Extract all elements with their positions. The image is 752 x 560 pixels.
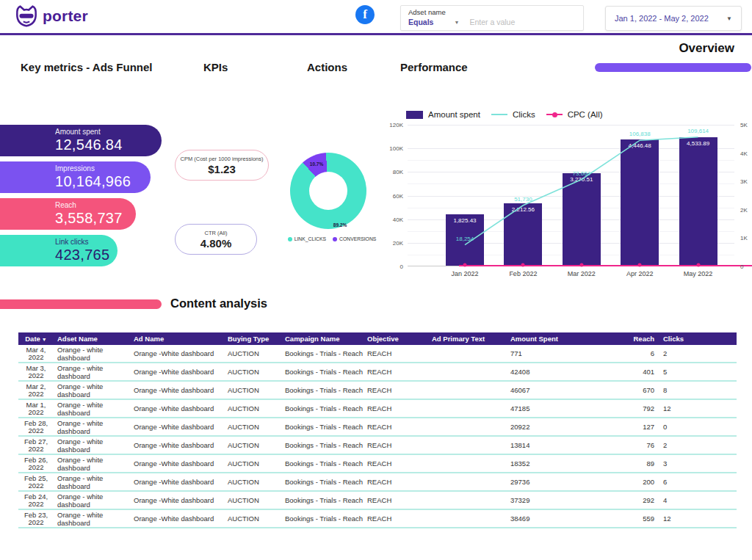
cell-reach: 89 xyxy=(610,459,654,468)
cell-reach: 292 xyxy=(610,496,654,504)
conversions-percent-label: 10.7% xyxy=(310,161,323,167)
cell-amount-spent: 13814 xyxy=(500,441,610,449)
cell-buying-type: AUCTION xyxy=(224,404,281,412)
cell-adset-name: Orange - white dashboard xyxy=(54,437,130,454)
table-row: Feb 23,2022Orange - white dashboardOrang… xyxy=(18,510,737,528)
left-axis-tick: 40K xyxy=(375,216,403,222)
header-divider xyxy=(0,33,752,35)
tab-kpis[interactable]: KPIs xyxy=(203,61,228,73)
cell-objective: REACH xyxy=(364,368,428,376)
ctr-label: CTR (All) xyxy=(205,230,228,236)
cell-buying-type: AUCTION xyxy=(224,478,281,486)
content-analysis-accent-bar xyxy=(0,299,162,309)
x-axis-label: May 2022 xyxy=(684,270,713,277)
cpm-kpi-pill: CPM (Cost per 1000 impressions) $1.23 xyxy=(175,150,269,181)
cell-amount-spent: 18352 xyxy=(500,459,610,468)
filter-operator-select[interactable]: Equals xyxy=(408,18,433,26)
clicks-value-label: 51,730 xyxy=(514,196,532,203)
donut-hole xyxy=(309,172,347,210)
cell-buying-type: AUCTION xyxy=(224,459,281,468)
funnel-pill-amount-spent: Amount spent12,546.84 xyxy=(0,125,162,156)
table-row: Feb 24,2022Orange - white dashboardOrang… xyxy=(18,492,737,510)
clicks-value-label: 73,664 xyxy=(573,170,590,177)
funnel-value: 12,546.84 xyxy=(55,137,162,153)
cell-amount-spent: 42408 xyxy=(500,368,610,376)
column-header-buying-type: Buying Type xyxy=(224,335,281,343)
donut-chart: 10.7% 89.2% xyxy=(290,153,366,229)
cell-buying-type: AUCTION xyxy=(224,386,281,394)
cell-ad-name: Orange -White dashboard xyxy=(130,423,224,431)
cpc-point xyxy=(579,263,583,266)
cell-clicks: 6 xyxy=(654,478,737,486)
tab-key-metrics-ads-funnel[interactable]: Key metrics - Ads Funnel xyxy=(21,61,153,73)
content-analysis-title: Content analysis xyxy=(170,297,267,310)
cell-campaign-name: Bookings - Trials - Reach xyxy=(281,514,364,523)
funnel-value: 423,765 xyxy=(55,247,118,263)
donut-legend: LINK_CLICKSCONVERSIONS xyxy=(288,236,376,241)
cell-ad-name: Orange -White dashboard xyxy=(130,349,224,357)
ctr-kpi-pill: CTR (All) 4.80% xyxy=(175,224,257,255)
x-axis-label: Feb 2022 xyxy=(509,270,537,277)
date-range-picker[interactable]: Jan 1, 2022 - May 2, 2022 ▼ xyxy=(605,6,742,31)
tab-actions[interactable]: Actions xyxy=(307,61,347,73)
cell-buying-type: AUCTION xyxy=(224,368,281,376)
right-axis-tick: 3K xyxy=(740,178,748,185)
porter-logo: porter xyxy=(13,4,88,28)
cell-clicks: 2 xyxy=(654,441,737,449)
cell-amount-spent: 29736 xyxy=(500,478,610,486)
clicks-value-label: 109,614 xyxy=(687,128,709,134)
cell-clicks: 12 xyxy=(654,514,737,523)
cell-ad-name: Orange -White dashboard xyxy=(130,514,224,523)
filter-label: Adset name xyxy=(408,8,576,16)
tab-performance[interactable]: Performance xyxy=(400,61,468,73)
combo-chart-legend: Amount spentClicksCPC (All) xyxy=(406,110,603,119)
right-axis-tick: 2K xyxy=(740,206,748,213)
cell-adset-name: Orange - white dashboard xyxy=(54,419,130,435)
table-row: Mar 1,2022Orange - white dashboardOrange… xyxy=(18,400,737,418)
left-axis-tick: 20K xyxy=(375,239,403,246)
legend-label: CPC (All) xyxy=(568,110,603,119)
column-header-adset-name: Adset Name xyxy=(54,335,130,343)
cell-date: Mar 1,2022 xyxy=(18,401,54,415)
adset-filter: Adset name Equals ▼ xyxy=(400,5,584,31)
right-axis-tick: 1K xyxy=(740,235,748,241)
legend-dot xyxy=(333,237,337,241)
legend-item-clicks: Clicks xyxy=(491,110,535,119)
funnel-label: Impressions xyxy=(55,164,151,172)
legend-label: Amount spent xyxy=(428,110,480,119)
chevron-down-icon[interactable]: ▼ xyxy=(454,20,459,25)
left-axis-tick: 120K xyxy=(375,122,403,128)
porter-cat-icon xyxy=(13,4,40,28)
clicks-value-label: 106,838 xyxy=(629,131,651,137)
cell-reach: 127 xyxy=(610,423,654,431)
funnel-label: Link clicks xyxy=(55,238,118,246)
clicks-value-label: 18,254 xyxy=(456,236,474,242)
column-header-clicks: Clicks xyxy=(654,335,737,343)
cell-clicks: 3 xyxy=(654,459,737,468)
cell-date: Mar 4,2022 xyxy=(18,346,54,360)
cell-buying-type: AUCTION xyxy=(224,514,281,523)
cell-date: Feb 28,2022 xyxy=(18,420,54,434)
clicks-line xyxy=(408,125,734,266)
legend-swatch xyxy=(546,114,563,115)
column-header-ad-name: Ad Name xyxy=(130,335,224,343)
filter-value-input[interactable] xyxy=(469,18,572,26)
cell-reach: 792 xyxy=(610,404,654,412)
cell-objective: REACH xyxy=(364,423,428,431)
content-analysis-table: Date▼Adset NameAd NameBuying TypeCampaig… xyxy=(18,332,737,528)
cell-clicks: 8 xyxy=(654,386,737,394)
x-axis-label: Jan 2022 xyxy=(451,270,478,277)
table-row: Feb 26,2022Orange - white dashboardOrang… xyxy=(18,455,737,473)
column-header-date[interactable]: Date▼ xyxy=(18,335,54,343)
cpm-value: $1.23 xyxy=(208,163,236,175)
cpc-line xyxy=(459,265,752,266)
cell-date: Feb 25,2022 xyxy=(18,475,54,489)
funnel-value: 3,558,737 xyxy=(55,210,136,227)
page-title: Overview xyxy=(679,41,734,56)
cell-clicks: 2 xyxy=(654,349,737,357)
left-axis-tick: 80K xyxy=(375,169,403,175)
legend-dot xyxy=(288,237,292,241)
facebook-icon: f xyxy=(355,5,375,24)
cell-amount-spent: 771 xyxy=(500,349,610,357)
funnel-pill-link-clicks: Link clicks423,765 xyxy=(0,235,118,266)
